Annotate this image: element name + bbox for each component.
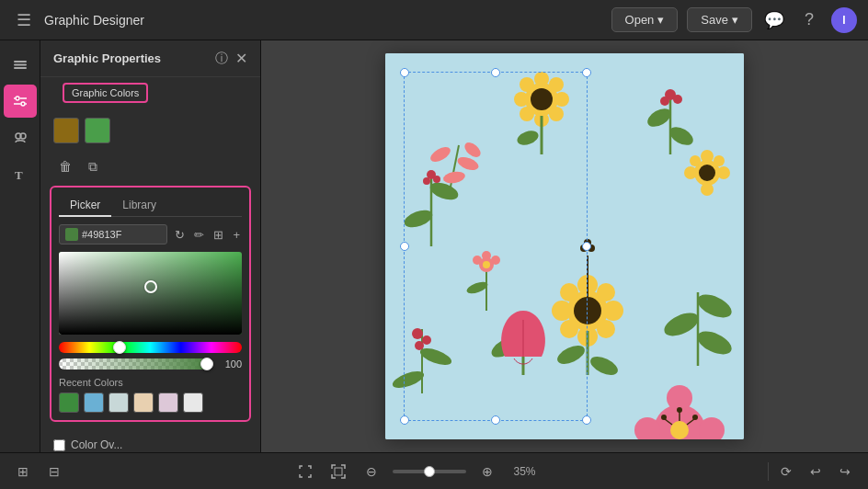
svg-point-3 [16,97,19,100]
color-picker-panel: Picker Library #49813F ↻ ✏ ⊞ + [50,186,251,422]
duplicate-color-button[interactable]: ⧉ [81,154,105,178]
bottombar: ⊞ ⊟ ⊖ ⊕ 35% ⟳ ↩ ↪ [0,452,868,489]
svg-point-97 [422,335,431,345]
recent-swatch-6[interactable] [183,392,203,413]
opacity-value: 100 [216,358,242,370]
graphic-colors-tag[interactable]: Graphic Colors [63,83,148,103]
zoom-slider[interactable] [393,470,466,473]
sidebar-item-assets[interactable] [4,121,37,154]
sidebar-item-layers[interactable] [4,48,37,81]
open-button[interactable]: Open ▾ [611,7,679,32]
zoom-in-button[interactable]: ⊕ [475,460,499,483]
svg-point-48 [433,176,440,183]
avatar[interactable]: I [831,7,857,33]
recent-swatch-5[interactable] [158,392,178,413]
svg-point-49 [423,177,430,185]
svg-point-98 [415,341,424,350]
save-button[interactable]: Save ▾ [687,7,752,32]
svg-point-20 [549,107,564,121]
topbar-right: Open ▾ Save ▾ 💬 ? I [611,7,857,33]
color-swatch-green[interactable] [85,118,110,143]
tab-library[interactable]: Library [111,195,167,217]
comment-button[interactable]: 💬 [761,7,787,33]
grid-icon[interactable]: ⊞ [211,226,225,244]
svg-point-55 [597,283,615,301]
zoom-out-button[interactable]: ⊖ [360,460,383,483]
opacity-thumb[interactable] [200,358,213,370]
history-button[interactable]: ⟳ [774,460,798,483]
fit-to-screen-button[interactable] [293,460,317,483]
hex-color-preview [65,228,78,241]
layers-icon[interactable]: ⊞ [11,460,35,483]
refresh-icon[interactable]: ↻ [173,226,187,244]
hex-input[interactable]: #49813F [59,224,167,244]
color-overlay-label: Color Ov... [71,438,122,451]
color-swatch-brown[interactable] [53,118,79,143]
topbar-left: ☰ Graphic Designer [11,7,144,33]
sidebar-item-properties[interactable] [4,85,37,118]
bottombar-center: ⊖ ⊕ 35% [75,460,759,483]
svg-point-56 [560,283,578,301]
recent-colors-label: Recent Colors [59,377,242,388]
canvas-area[interactable] [261,40,868,452]
svg-point-17 [514,92,529,107]
canvas[interactable] [385,53,744,439]
svg-point-30 [660,97,669,106]
add-color-button[interactable]: + [231,226,242,244]
redo-button[interactable]: ↪ [833,460,857,483]
panel-info-icon[interactable]: ⓘ [215,51,228,67]
svg-point-57 [597,320,615,338]
hex-row: #49813F ↻ ✏ ⊞ + [59,224,242,244]
svg-point-32 [701,150,714,163]
svg-point-63 [584,239,591,246]
help-button[interactable]: ? [796,7,822,33]
gradient-black-overlay [59,252,242,335]
hex-value: #49813F [82,229,121,240]
svg-point-75 [667,385,692,411]
recent-swatch-2[interactable] [84,392,104,413]
recent-swatch-1[interactable] [59,392,79,413]
svg-point-54 [552,301,572,321]
opacity-slider[interactable] [59,358,211,370]
action-row: 🗑 ⧉ [40,151,260,182]
svg-point-58 [560,320,578,338]
svg-point-36 [714,155,725,166]
svg-point-21 [520,107,534,121]
svg-point-14 [534,72,549,86]
svg-rect-0 [14,61,27,63]
color-gradient-picker[interactable] [59,252,242,335]
svg-rect-1 [14,64,27,66]
svg-point-29 [673,95,682,104]
hue-thumb[interactable] [113,341,126,354]
hue-slider[interactable] [59,342,242,353]
delete-color-button[interactable]: 🗑 [53,154,77,178]
svg-point-35 [684,166,697,179]
recent-swatch-4[interactable] [133,392,154,413]
svg-point-92 [491,256,500,265]
resize-button[interactable] [326,460,350,483]
svg-text:T: T [15,168,23,182]
app-title: Graphic Designer [44,13,144,28]
sidebar-item-text[interactable]: T [4,158,37,191]
hamburger-menu[interactable]: ☰ [11,7,37,33]
tab-picker[interactable]: Picker [59,195,111,217]
undo-button[interactable]: ↩ [804,460,828,483]
topbar: ☰ Graphic Designer Open ▾ Save ▾ 💬 ? I [0,0,868,40]
recent-swatch-3[interactable] [108,392,129,413]
opacity-slider-container: 100 [59,358,242,370]
svg-point-38 [699,165,715,181]
zoom-slider-thumb[interactable] [424,466,435,477]
picker-tabs: Picker Library [59,195,242,217]
recent-swatches [59,392,242,413]
svg-point-6 [21,102,25,106]
svg-point-91 [482,251,491,260]
panel-close-button[interactable]: ✕ [235,50,247,67]
eyedropper-icon[interactable]: ✏ [192,226,206,244]
main-layout: T Graphic Properties ⓘ ✕ Graphic Colors … [0,40,868,452]
svg-point-96 [412,328,423,339]
svg-point-86 [661,415,667,420]
grid-view-button[interactable]: ⊟ [42,460,66,483]
checkbox-color-overlay: Color Ov... [53,435,247,452]
svg-point-34 [717,166,730,179]
color-overlay-checkbox[interactable] [53,439,65,451]
